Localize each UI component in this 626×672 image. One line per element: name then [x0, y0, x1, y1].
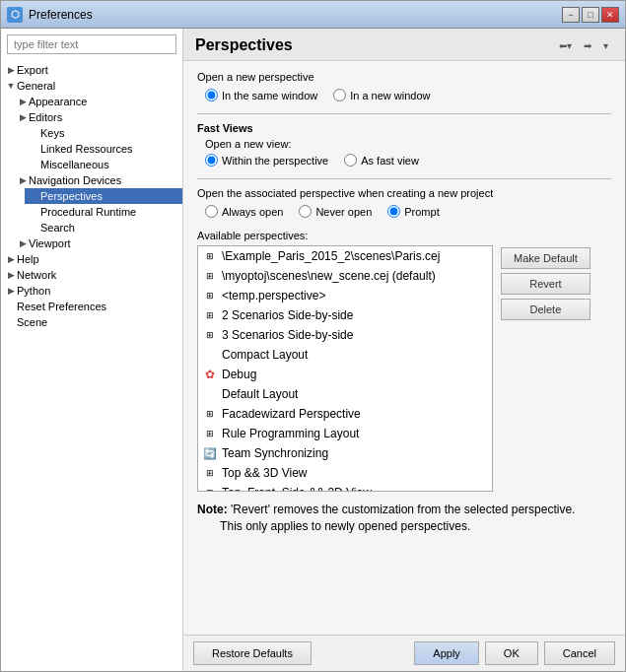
sidebar-item-appearance[interactable]: ▶ Appearance — [13, 94, 182, 109]
perspective-item[interactable]: ⊞ Rule Programming Layout — [198, 424, 492, 443]
sidebar-item-scene[interactable]: ▶ Scene — [1, 314, 182, 330]
sidebar-item-general[interactable]: ▼ General — [1, 78, 182, 94]
expander-icon[interactable]: ▶ — [5, 253, 17, 265]
perspective-item[interactable]: ⊞ 3 Scenarios Side-by-side — [198, 325, 492, 345]
perspective-item[interactable]: ⊞ 2 Scenarios Side-by-side — [198, 305, 492, 325]
note-prefix: Note: — [197, 503, 228, 516]
prompt-label: Prompt — [404, 206, 439, 218]
open-associated-section: Open the associated perspective when cre… — [197, 187, 611, 218]
perspectives-list-container: ⊞ \Example_Paris_2015_2\scenes\Paris.cej… — [197, 245, 611, 492]
perspective-item-label: Team Synchronizing — [222, 446, 328, 460]
perspective-item[interactable]: ⊞ \Example_Paris_2015_2\scenes\Paris.cej — [198, 246, 492, 266]
sidebar-item-label: Editors — [29, 111, 62, 123]
forward-button[interactable]: ➡ — [579, 37, 596, 54]
perspective-item-label: Rule Programming Layout — [222, 427, 359, 440]
sidebar-item-python[interactable]: ▶ Python — [1, 283, 182, 299]
prompt-option[interactable]: Prompt — [387, 205, 439, 218]
perspective-item[interactable]: ✿ Debug — [198, 365, 492, 384]
perspective-item[interactable]: ⊞ Compact Layout — [198, 345, 492, 365]
tree: ▶ Export ▼ General ▶ Appearance ▶ Editor… — [1, 60, 182, 671]
expander-icon[interactable]: ▶ — [17, 174, 29, 186]
main-panel: Perspectives ⬅▾ ➡ ▾ Open a new perspecti… — [183, 29, 625, 671]
sidebar-item-help[interactable]: ▶ Help — [1, 251, 182, 267]
fast-views-options: Within the perspective As fast view — [205, 154, 611, 167]
perspective-icon: ⊞ — [202, 288, 218, 303]
expander-icon[interactable]: ▶ — [17, 111, 29, 123]
always-open-radio[interactable] — [205, 205, 218, 218]
filter-input[interactable] — [7, 34, 176, 54]
sidebar-item-label: Navigation Devices — [29, 174, 121, 186]
app-icon: ⬡ — [7, 7, 23, 23]
expander-icon[interactable]: ▶ — [17, 237, 29, 249]
new-window-radio[interactable] — [333, 89, 346, 101]
within-perspective-label: Within the perspective — [222, 155, 328, 167]
preferences-dialog: ⬡ Preferences − □ ✕ ▶ Export ▼ General — [0, 0, 626, 672]
expander-icon[interactable]: ▶ — [5, 269, 17, 281]
sidebar-item-navigation-devices[interactable]: ▶ Navigation Devices — [13, 172, 182, 188]
same-window-radio[interactable] — [205, 89, 218, 101]
revert-button[interactable]: Revert — [501, 273, 591, 295]
sidebar-item-procedural-runtime[interactable]: ▶ Procedural Runtime — [25, 204, 182, 220]
always-open-option[interactable]: Always open — [205, 205, 283, 218]
footer: Restore Defaults Apply OK Cancel — [183, 635, 625, 671]
within-perspective-radio[interactable] — [205, 154, 218, 167]
close-button[interactable]: ✕ — [601, 7, 619, 23]
expander-icon[interactable]: ▶ — [5, 285, 17, 297]
panel-title: Perspectives — [195, 36, 293, 54]
as-fast-view-radio[interactable] — [344, 154, 357, 167]
maximize-button[interactable]: □ — [582, 7, 599, 23]
sidebar-item-label: Network — [17, 269, 56, 281]
open-perspective-title: Open a new perspective — [197, 71, 611, 83]
sidebar-item-export[interactable]: ▶ Export — [1, 62, 182, 78]
sidebar-item-label: Perspectives — [40, 190, 103, 202]
within-perspective-option[interactable]: Within the perspective — [205, 154, 328, 167]
sidebar-item-editors[interactable]: ▶ Editors — [13, 109, 182, 125]
ok-button[interactable]: OK — [485, 641, 538, 665]
perspective-item[interactable]: 🔄 Team Synchronizing — [198, 443, 492, 463]
perspective-icon: ⊞ — [202, 268, 218, 284]
prompt-radio[interactable] — [387, 205, 400, 218]
never-open-radio[interactable] — [299, 205, 312, 218]
cancel-button[interactable]: Cancel — [544, 641, 615, 665]
perspective-item[interactable]: ⊞ <temp.perspective> — [198, 286, 492, 305]
sidebar-item-viewport[interactable]: ▶ Viewport — [13, 235, 182, 251]
fast-views-title: Fast Views — [197, 122, 611, 134]
available-perspectives-label: Available perspectives: — [197, 230, 611, 241]
sidebar-item-search[interactable]: ▶ Search — [25, 220, 182, 235]
expander-icon[interactable]: ▼ — [5, 80, 17, 92]
sidebar-item-reset-preferences[interactable]: ▶ Reset Preferences — [1, 299, 182, 314]
perspective-item[interactable]: ⊞ Facadewizard Perspective — [198, 404, 492, 424]
same-window-option[interactable]: In the same window — [205, 89, 317, 101]
perspective-icon: ⊞ — [202, 248, 218, 264]
restore-defaults-button[interactable]: Restore Defaults — [193, 641, 312, 665]
perspective-item[interactable]: ⊞ \myoptoj\scenes\new_scene.cej (default… — [198, 266, 492, 286]
same-window-label: In the same window — [222, 90, 317, 101]
sync-icon: 🔄 — [202, 445, 218, 461]
as-fast-view-option[interactable]: As fast view — [344, 154, 419, 167]
never-open-label: Never open — [315, 206, 372, 218]
perspectives-list[interactable]: ⊞ \Example_Paris_2015_2\scenes\Paris.cej… — [197, 245, 493, 492]
sidebar-item-linked-resources[interactable]: ▶ Linked Ressources — [25, 141, 182, 157]
perspective-icon: ⊞ — [202, 465, 218, 481]
sidebar-item-miscellaneous[interactable]: ▶ Miscellaneous — [25, 157, 182, 172]
dropdown-button[interactable]: ▾ — [598, 37, 613, 54]
sidebar-item-perspectives[interactable]: ▶ Perspectives — [25, 188, 182, 204]
title-bar: ⬡ Preferences − □ ✕ — [1, 1, 625, 29]
new-window-option[interactable]: In a new window — [333, 89, 430, 101]
sidebar-item-network[interactable]: ▶ Network — [1, 267, 182, 283]
never-open-option[interactable]: Never open — [299, 205, 372, 218]
apply-button[interactable]: Apply — [414, 641, 479, 665]
expander-icon[interactable]: ▶ — [5, 64, 17, 76]
delete-button[interactable]: Delete — [501, 299, 591, 320]
perspective-item[interactable]: ⊞ Default Layout — [198, 384, 492, 404]
new-window-label: In a new window — [350, 90, 430, 101]
perspective-item[interactable]: ⊞ Top, Front, Side && 3D View — [198, 483, 492, 492]
fast-views-section: Fast Views Open a new view: Within the p… — [197, 122, 611, 167]
perspective-item[interactable]: ⊞ Top && 3D View — [198, 463, 492, 483]
minimize-button[interactable]: − — [562, 7, 580, 23]
expander-icon[interactable]: ▶ — [17, 96, 29, 107]
back-button[interactable]: ⬅▾ — [554, 37, 577, 54]
sidebar-item-keys[interactable]: ▶ Keys — [25, 125, 182, 141]
sidebar-item-label: Miscellaneous — [40, 159, 109, 170]
make-default-button[interactable]: Make Default — [501, 247, 591, 269]
